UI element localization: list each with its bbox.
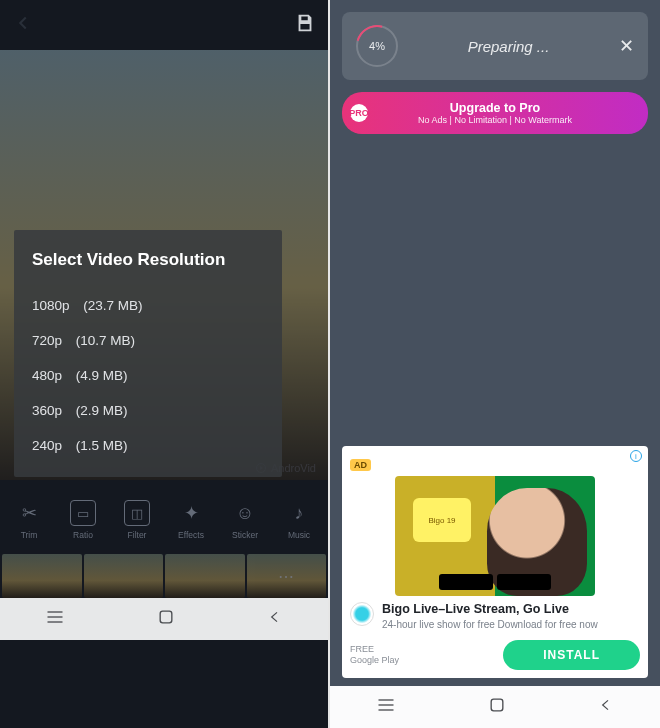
- upgrade-title: Upgrade to Pro: [450, 101, 540, 115]
- clip-thumb[interactable]: [84, 554, 164, 598]
- ad-tag: AD: [350, 459, 371, 471]
- ad-src-line2: Google Play: [350, 655, 399, 666]
- tool-strip: ✂ Trim ▭ Ratio ◫ Filter ✦ Effects ☺ Stic…: [0, 480, 328, 554]
- save-icon[interactable]: [294, 12, 316, 38]
- app-store-icon: [497, 574, 551, 590]
- res-size: (23.7 MB): [83, 298, 142, 313]
- back-icon[interactable]: [12, 12, 34, 38]
- ad-app-icon: [350, 602, 374, 626]
- tool-effects[interactable]: ✦ Effects: [170, 500, 212, 540]
- upgrade-sub: No Ads | No Limitation | No Watermark: [418, 115, 572, 125]
- tool-label: Music: [288, 530, 310, 540]
- nav-back-icon[interactable]: [267, 607, 283, 631]
- resolution-title: Select Video Resolution: [32, 250, 264, 270]
- res-option-240p[interactable]: 240p (1.5 MB): [32, 428, 264, 463]
- clip-thumb[interactable]: [2, 554, 82, 598]
- tool-filter[interactable]: ◫ Filter: [116, 500, 158, 540]
- tool-label: Sticker: [232, 530, 258, 540]
- res-label: 1080p: [32, 298, 70, 313]
- res-option-720p[interactable]: 720p (10.7 MB): [32, 323, 264, 358]
- progress-label: Preparing ...: [414, 38, 603, 55]
- music-icon: ♪: [286, 500, 312, 526]
- ad-title: Bigo Live–Live Stream, Go Live: [382, 602, 598, 616]
- progress-percent: 4%: [369, 40, 385, 52]
- home-icon[interactable]: [156, 607, 176, 631]
- res-label: 240p: [32, 438, 62, 453]
- pro-badge-icon: PRO: [350, 104, 368, 122]
- ad-src-line1: FREE: [350, 644, 399, 655]
- tool-sticker[interactable]: ☺ Sticker: [224, 500, 266, 540]
- res-label: 360p: [32, 403, 62, 418]
- resolution-panel: Select Video Resolution 1080p (23.7 MB) …: [14, 230, 282, 477]
- tool-label: Effects: [178, 530, 204, 540]
- progress-ring: 4%: [356, 25, 398, 67]
- clip-more[interactable]: ⋯: [247, 554, 327, 598]
- tool-music[interactable]: ♪ Music: [278, 500, 320, 540]
- left-top-bar: [0, 0, 328, 50]
- tool-label: Ratio: [73, 530, 93, 540]
- scissors-icon: ✂: [16, 500, 42, 526]
- filter-icon: ◫: [124, 500, 150, 526]
- ad-sub: 24-hour live show for free Download for …: [382, 619, 598, 630]
- android-nav-bar: [330, 686, 660, 728]
- timeline-thumbs[interactable]: ⋯: [0, 554, 328, 598]
- clip-thumb[interactable]: [165, 554, 245, 598]
- upgrade-banner[interactable]: PRO Upgrade to Pro No Ads | No Limitatio…: [342, 92, 648, 134]
- recent-apps-icon[interactable]: [45, 610, 65, 628]
- ad-stores: [439, 574, 551, 590]
- res-size: (2.9 MB): [76, 403, 128, 418]
- ad-image[interactable]: Bigo 19: [395, 476, 595, 596]
- ad-info-icon[interactable]: i: [630, 450, 642, 462]
- close-icon[interactable]: ✕: [619, 35, 634, 57]
- res-label: 720p: [32, 333, 62, 348]
- ad-source: FREE Google Play: [350, 644, 399, 666]
- svg-rect-8: [491, 699, 503, 711]
- tool-ratio[interactable]: ▭ Ratio: [62, 500, 104, 540]
- res-option-480p[interactable]: 480p (4.9 MB): [32, 358, 264, 393]
- tool-trim[interactable]: ✂ Trim: [8, 500, 50, 540]
- progress-card: 4% Preparing ... ✕: [342, 12, 648, 80]
- install-button[interactable]: INSTALL: [503, 640, 640, 670]
- res-size: (4.9 MB): [76, 368, 128, 383]
- ad-bubble: Bigo 19: [413, 498, 471, 542]
- res-label: 480p: [32, 368, 62, 383]
- phone-left: AndroVid ✂ Trim ▭ Ratio ◫ Filter ✦ Effec…: [0, 0, 330, 728]
- ad-card: i AD Bigo 19 Bigo Live–Live Stream, Go L…: [342, 446, 648, 678]
- ratio-icon: ▭: [70, 500, 96, 526]
- smile-icon: ☺: [232, 500, 258, 526]
- phone-right: 4% Preparing ... ✕ PRO Upgrade to Pro No…: [330, 0, 660, 728]
- res-option-1080p[interactable]: 1080p (23.7 MB): [32, 288, 264, 323]
- tool-label: Filter: [128, 530, 147, 540]
- android-nav-bar: [0, 598, 328, 640]
- tool-label: Trim: [21, 530, 38, 540]
- google-play-icon: [439, 574, 493, 590]
- sparkle-icon: ✦: [178, 500, 204, 526]
- res-option-360p[interactable]: 360p (2.9 MB): [32, 393, 264, 428]
- home-icon[interactable]: [487, 695, 507, 719]
- res-size: (10.7 MB): [76, 333, 135, 348]
- nav-back-icon[interactable]: [598, 695, 614, 719]
- recent-apps-icon[interactable]: [376, 698, 396, 716]
- res-size: (1.5 MB): [76, 438, 128, 453]
- svg-rect-4: [160, 611, 172, 623]
